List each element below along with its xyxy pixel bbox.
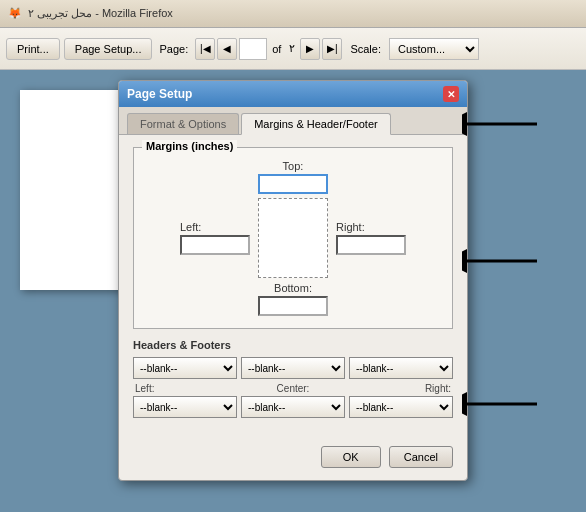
cancel-button[interactable]: Cancel bbox=[389, 446, 453, 468]
arrow-tab bbox=[462, 109, 542, 139]
bottom-margin-field: Bottom: . bbox=[258, 282, 328, 316]
left-label: Left: bbox=[180, 221, 201, 233]
hf-top-row: --blank-- --blank-- --blank-- bbox=[133, 357, 453, 379]
hf-top-right-select[interactable]: --blank-- bbox=[349, 357, 453, 379]
left-margin-input[interactable]: .1 bbox=[180, 235, 250, 255]
dialog-title: Page Setup bbox=[127, 87, 192, 101]
tab-margins-header-footer[interactable]: Margins & Header/Footer bbox=[241, 113, 391, 135]
dialog-buttons: OK Cancel bbox=[119, 440, 467, 480]
margins-section: Margins (inches) Top: . Left: .1 bbox=[133, 147, 453, 329]
toolbar: Print... Page Setup... Page: |◀ ◀ 1 of ۲… bbox=[0, 28, 586, 70]
hf-pos-center: Center: bbox=[239, 383, 345, 394]
ok-button[interactable]: OK bbox=[321, 446, 381, 468]
hf-top-left-select[interactable]: --blank-- bbox=[133, 357, 237, 379]
hf-position-labels: Left: Center: Right: bbox=[133, 383, 453, 394]
dialog-overlay: Page Setup ✕ Format & Options Margins & … bbox=[0, 70, 586, 512]
hf-section: Headers & Footers --blank-- --blank-- --… bbox=[133, 339, 453, 418]
page-number-input[interactable]: 1 bbox=[239, 38, 267, 60]
arrow-right-margin bbox=[462, 246, 542, 276]
hf-pos-left: Left: bbox=[133, 383, 239, 394]
hf-pos-right: Right: bbox=[345, 383, 453, 394]
page-label: Page: bbox=[156, 43, 191, 55]
dialog-content: Margins (inches) Top: . Left: .1 bbox=[119, 135, 467, 440]
top-margin-field: Top: . bbox=[258, 160, 328, 194]
lr-row: Left: .1 Right: . bbox=[180, 198, 406, 278]
titlebar: 🦊 محل تجریبی ۲ - Mozilla Firefox bbox=[0, 0, 586, 28]
of-label: of bbox=[269, 43, 284, 55]
first-page-button[interactable]: |◀ bbox=[195, 38, 215, 60]
top-label: Top: bbox=[283, 160, 304, 172]
top-margin-input[interactable]: . bbox=[258, 174, 328, 194]
page-setup-button[interactable]: Page Setup... bbox=[64, 38, 153, 60]
margins-section-label: Margins (inches) bbox=[142, 140, 237, 152]
tab-format-options[interactable]: Format & Options bbox=[127, 113, 239, 134]
right-label: Right: bbox=[336, 221, 365, 233]
hf-bottom-row: --blank-- --blank-- --blank-- bbox=[133, 396, 453, 418]
right-margin-field: Right: . bbox=[336, 221, 406, 255]
next-page-button[interactable]: ▶ bbox=[300, 38, 320, 60]
hf-top-center-select[interactable]: --blank-- bbox=[241, 357, 345, 379]
left-margin-field: Left: .1 bbox=[180, 221, 250, 255]
margin-layout: Top: . Left: .1 Right: . bbox=[146, 160, 440, 316]
bottom-margin-input[interactable]: . bbox=[258, 296, 328, 316]
hf-bot-right-select[interactable]: --blank-- bbox=[349, 396, 453, 418]
page-total: ۲ bbox=[286, 42, 298, 55]
bottom-label: Bottom: bbox=[274, 282, 312, 294]
page-navigation: |◀ ◀ 1 of ۲ ▶ ▶| bbox=[195, 38, 342, 60]
window-title: محل تجریبی ۲ - Mozilla Firefox bbox=[28, 7, 173, 20]
prev-page-button[interactable]: ◀ bbox=[217, 38, 237, 60]
arrow-hf-right bbox=[462, 389, 542, 419]
dialog-tabs: Format & Options Margins & Header/Footer bbox=[119, 107, 467, 135]
print-button[interactable]: Print... bbox=[6, 38, 60, 60]
right-margin-input[interactable]: . bbox=[336, 235, 406, 255]
scale-select[interactable]: Custom... bbox=[389, 38, 479, 60]
last-page-button[interactable]: ▶| bbox=[322, 38, 342, 60]
hf-bot-center-select[interactable]: --blank-- bbox=[241, 396, 345, 418]
hf-label: Headers & Footers bbox=[133, 339, 453, 351]
dialog-titlebar: Page Setup ✕ bbox=[119, 81, 467, 107]
hf-bot-left-select[interactable]: --blank-- bbox=[133, 396, 237, 418]
scale-label: Scale: bbox=[346, 43, 385, 55]
page-schematic bbox=[258, 198, 328, 278]
firefox-icon: 🦊 bbox=[8, 7, 22, 20]
dialog-close-button[interactable]: ✕ bbox=[443, 86, 459, 102]
page-setup-dialog: Page Setup ✕ Format & Options Margins & … bbox=[118, 80, 468, 481]
